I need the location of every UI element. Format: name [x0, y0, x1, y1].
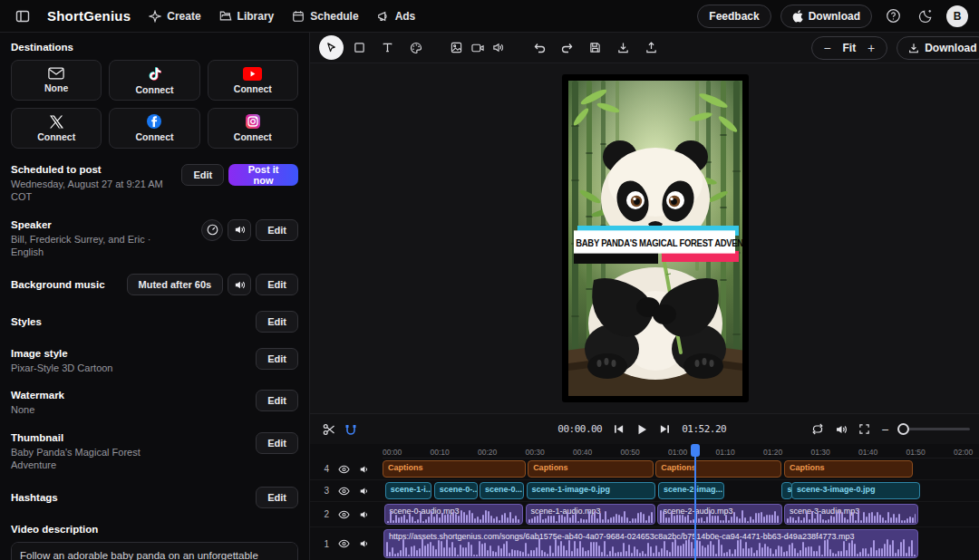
styles-edit-button[interactable]: Edit	[256, 311, 298, 333]
export-download-button[interactable]	[611, 35, 635, 60]
image-style-edit-button[interactable]: Edit	[256, 348, 298, 370]
thumbnail-edit-button[interactable]: Edit	[256, 432, 298, 454]
destination-tiktok[interactable]: Connect	[109, 60, 199, 101]
play-button[interactable]	[635, 423, 648, 436]
image-clip[interactable]: scene-1-image-0.jpg	[527, 482, 656, 499]
hashtags-edit-button[interactable]: Edit	[256, 487, 298, 508]
track-volume-icon[interactable]	[359, 509, 370, 520]
music-clip[interactable]: https://assets.shortgenius.com/songs/6ab…	[383, 529, 918, 558]
split-clip-button[interactable]	[323, 423, 335, 436]
nav-item-create[interactable]: Create	[149, 10, 200, 23]
image-clip[interactable]: scene-0-...	[434, 482, 478, 499]
playhead-handle[interactable]	[691, 444, 700, 457]
app-download-button[interactable]: Download	[780, 5, 872, 28]
destination-x[interactable]: Connect	[11, 108, 102, 149]
watermark-row: Watermark None Edit	[11, 390, 298, 416]
speaker-speed-button[interactable]	[201, 219, 223, 241]
audio-clip[interactable]: scene-2-audio.mp3	[657, 504, 782, 525]
caption-clip[interactable]: Captions	[655, 460, 781, 478]
shape-tool-button[interactable]	[347, 35, 372, 60]
save-icon	[589, 42, 601, 53]
slider-knob[interactable]	[897, 423, 909, 435]
image-clip[interactable]: scene-2-imag...	[658, 482, 724, 499]
post-it-now-button[interactable]: Post it now	[228, 164, 298, 186]
mute-button[interactable]	[835, 423, 848, 436]
feedback-button[interactable]: Feedback	[697, 5, 771, 28]
music-muted-button[interactable]: Muted after 60s	[127, 274, 224, 295]
track-volume-icon[interactable]	[359, 464, 370, 475]
eye-icon[interactable]	[338, 465, 350, 474]
redo-button[interactable]	[555, 35, 579, 60]
audio-clip[interactable]: scene-3-audio.mp3	[784, 504, 918, 525]
track-lane[interactable]: scene-1-i... scene-0-... scene-0... scen…	[383, 480, 979, 501]
skip-forward-button[interactable]	[659, 423, 671, 435]
timeline-zoom-slider[interactable]	[899, 428, 970, 430]
caption-clip[interactable]: Captions	[528, 460, 654, 478]
zoom-out-button[interactable]: −	[816, 37, 839, 59]
editor-canvas[interactable]: BABY PANDA'S MAGICAL FOREST ADVENTURE	[310, 63, 979, 413]
undo-icon	[533, 42, 546, 53]
timeline-zoom-out-button[interactable]: −	[881, 422, 888, 437]
audio-clip[interactable]: scene-0-audio.mp3	[384, 504, 523, 525]
image-clip[interactable]: scene-1-i...	[385, 482, 431, 499]
music-volume-button[interactable]	[228, 274, 251, 295]
save-button[interactable]	[583, 35, 607, 60]
eye-icon[interactable]	[338, 510, 350, 519]
user-avatar[interactable]: B	[946, 5, 968, 27]
destination-instagram[interactable]: Connect	[208, 108, 298, 149]
caption-overlay[interactable]: BABY PANDA'S MAGICAL FOREST ADVENTURE	[574, 226, 735, 252]
watermark-edit-button[interactable]: Edit	[256, 390, 298, 411]
add-audio-button[interactable]	[490, 35, 507, 60]
zoom-in-button[interactable]: +	[859, 37, 883, 59]
fullscreen-button[interactable]	[858, 423, 870, 435]
track-lane[interactable]: https://assets.shortgenius.com/songs/6ab…	[383, 527, 979, 560]
nav-item-library[interactable]: Library	[219, 10, 275, 23]
nav-item-label: Create	[167, 10, 200, 23]
add-video-button[interactable]	[469, 35, 486, 60]
image-clip[interactable]: scene-0...	[480, 482, 524, 499]
add-image-button[interactable]	[448, 35, 465, 60]
speaker-edit-button[interactable]: Edit	[256, 219, 298, 241]
sidebar-toggle-button[interactable]	[11, 5, 34, 28]
skip-back-button[interactable]	[613, 423, 625, 435]
track-lane[interactable]: Captions Captions Captions Captions	[383, 459, 979, 479]
caption-clip[interactable]: Captions	[383, 460, 526, 478]
zoom-fit-button[interactable]: Fit	[839, 42, 860, 54]
brand-logo[interactable]: ShortGenius	[47, 8, 131, 24]
scheduled-edit-button[interactable]: Edit	[181, 164, 224, 186]
image-clip[interactable]: scene-3-image-0.jpg	[791, 482, 920, 499]
color-tool-button[interactable]	[403, 35, 428, 60]
loop-button[interactable]	[811, 423, 824, 435]
video-download-label: Download	[925, 42, 976, 54]
magnet-icon	[344, 423, 357, 436]
caption-clip[interactable]: Captions	[784, 460, 913, 478]
settings-sidebar: Destinations None Connect	[0, 33, 310, 560]
destination-youtube[interactable]: Connect	[208, 60, 298, 101]
track-volume-icon[interactable]	[359, 538, 370, 549]
nav-item-ads[interactable]: Ads	[377, 10, 416, 23]
track-header: 3	[310, 480, 383, 501]
speaker-volume-button[interactable]	[228, 219, 251, 241]
destination-email[interactable]: None	[11, 60, 102, 101]
music-edit-button[interactable]: Edit	[256, 274, 298, 295]
video-preview[interactable]: BABY PANDA'S MAGICAL FOREST ADVENTURE	[562, 74, 749, 402]
eye-icon[interactable]	[338, 487, 350, 496]
snap-magnet-button[interactable]	[344, 423, 357, 436]
video-description-input[interactable]: Follow an adorable baby panda on an unfo…	[11, 542, 298, 560]
nav-item-schedule[interactable]: Schedule	[292, 10, 358, 23]
select-tool-button[interactable]	[319, 35, 344, 60]
share-button[interactable]	[639, 35, 664, 60]
text-tool-button[interactable]	[375, 35, 400, 60]
eye-icon[interactable]	[338, 539, 350, 548]
theme-toggle-button[interactable]	[914, 5, 937, 28]
undo-button[interactable]	[527, 35, 551, 60]
video-download-button[interactable]: Download	[897, 36, 979, 60]
track-volume-icon[interactable]	[359, 486, 370, 497]
track-lane[interactable]: scene-0-audio.mp3 scene-1-audio.mp3 scen…	[383, 502, 979, 526]
playhead[interactable]	[694, 444, 696, 560]
speaker-row: Speaker Bill, Frederick Surrey, and Eric…	[11, 219, 298, 259]
destination-facebook[interactable]: Connect	[109, 108, 199, 149]
audio-clip[interactable]: scene-1-audio.mp3	[526, 504, 655, 525]
timeline-ruler[interactable]: 00:00 00:10 00:20 00:30 00:40 00:50 01:0…	[383, 444, 979, 459]
help-button[interactable]	[881, 5, 905, 28]
